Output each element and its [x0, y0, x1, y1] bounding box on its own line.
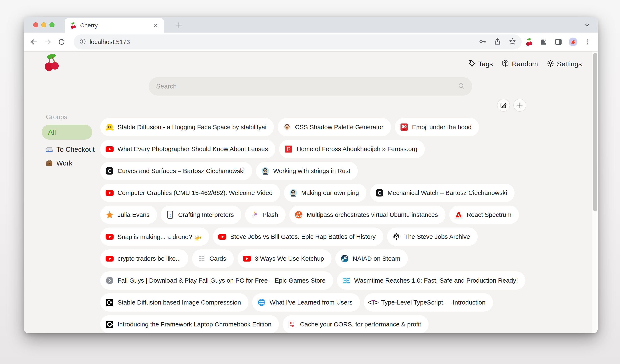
bookmark-pill[interactable]: Cards	[192, 249, 233, 268]
cherry-extension-icon[interactable]	[525, 37, 534, 46]
cherry-logo-icon	[42, 53, 61, 72]
httptoolkit-icon: HTTP	[288, 320, 296, 329]
header-nav: TagsRandomSettings	[468, 60, 582, 69]
bookmark-pill[interactable]: CMechanical Watch – Bartosz Ciechanowski	[370, 184, 514, 202]
youtube-icon	[218, 232, 227, 241]
side-panel-icon[interactable]	[554, 37, 563, 46]
back-button[interactable]	[30, 37, 39, 46]
group-item-to-checkout[interactable]: To Checkout	[42, 145, 100, 153]
bookmark-pill[interactable]: CCurves and Surfaces – Bartosz Ciechanow…	[100, 162, 252, 180]
bookmark-pill[interactable]: Computer Graphics (CMU 15-462/662): Welc…	[100, 184, 280, 202]
tag-icon	[468, 60, 476, 69]
bookmark-label: Introducing the Framework Laptop Chromeb…	[118, 321, 271, 328]
bookmark-label: crypto traders be like...	[118, 255, 181, 262]
bookmark-label: Cards	[209, 255, 226, 262]
bookmark-pill[interactable]: CSS Shadow Palette Generator	[278, 118, 391, 136]
new-tab-button[interactable]	[173, 20, 184, 30]
bookmark-row: Fall Guys | Download & Play Fall Guys on…	[100, 271, 538, 290]
bookmark-pill[interactable]: Emoji under the hood	[395, 118, 479, 136]
nav-item-random[interactable]: Random	[502, 60, 538, 69]
groups-label: Groups	[42, 113, 100, 121]
bookmark-row: Computer Graphics (CMU 15-462/662): Welc…	[100, 184, 538, 202]
bookmark-pill[interactable]: Making our own ping	[284, 184, 367, 202]
maximize-window-button[interactable]	[49, 22, 54, 27]
group-item-work[interactable]: Work	[42, 159, 100, 167]
svg-text:TP: TP	[290, 325, 294, 328]
bookmark-row: What Every Photographer Should Know Abou…	[100, 140, 538, 158]
bookmark-label: Fall Guys | Download & Play Fall Guys on…	[118, 277, 326, 284]
tab-title: Cherry	[80, 22, 153, 29]
bookmark-pill[interactable]: Stable Diffusion - a Hugging Face Space …	[100, 118, 274, 136]
extensions-puzzle-icon[interactable]	[539, 37, 548, 46]
bookmark-row: Stable Diffusion based Image Compresssio…	[100, 293, 538, 312]
bookmark-pill[interactable]: <T>Type-Level TypeScript — Introduction	[364, 293, 493, 312]
bookmark-pill[interactable]: What I've Learned from Users	[252, 293, 360, 312]
cherry-favicon-icon	[70, 22, 77, 29]
bookmark-pill[interactable]: Steve Jobs vs Bill Gates. Epic Rap Battl…	[213, 228, 383, 246]
bookmark-row: Stable Diffusion - a Hugging Face Space …	[100, 118, 538, 136]
bookmark-pill[interactable]: Plash	[245, 206, 286, 224]
scrollbar-thumb[interactable]	[593, 53, 597, 212]
forward-button[interactable]	[43, 37, 52, 46]
scrollbar-track[interactable]	[592, 52, 598, 333]
bookmark-label: Cache your CORS, for performance & profi…	[300, 321, 421, 328]
tabstrip-chevron-down-icon[interactable]	[584, 21, 591, 29]
address-bar[interactable]: localhost:5173	[74, 34, 522, 49]
bookmark-pill[interactable]: FHome of Feross Aboukhadijeh » Feross.or…	[279, 140, 425, 158]
group-item-all[interactable]: All	[42, 125, 92, 140]
browser-tab[interactable]: Cherry	[65, 18, 164, 32]
bookmark-label: Snap is making... a drone? 🚁	[118, 233, 202, 241]
bookmark-pill[interactable]: Fall Guys | Download & Play Fall Guys on…	[100, 271, 333, 290]
bookmark-label: Computer Graphics (CMU 15-462/662): Welc…	[118, 189, 273, 197]
bookmark-pill[interactable]: Snap is making... a drone? 🚁	[100, 228, 209, 246]
password-key-icon[interactable]	[479, 38, 486, 46]
red-face-badge-icon	[400, 123, 408, 132]
type-level-ts-icon: <T>	[369, 298, 378, 307]
bookmark-pill[interactable]: 3 Ways We Use Ketchup	[238, 249, 332, 268]
bookmark-row: Introducing the Framework Laptop Chromeb…	[100, 315, 538, 333]
bookmark-pill[interactable]: Julia Evans	[100, 206, 157, 224]
crescent-dot-badge-icon	[105, 298, 114, 307]
bookmark-pill[interactable]: The Steve Jobs Archive	[387, 228, 478, 246]
minimize-window-button[interactable]	[41, 22, 46, 27]
bookmarks-grid: Stable Diffusion - a Hugging Face Space …	[100, 118, 538, 333]
bookmark-pill[interactable]: Multipass orchestrates virtual Ubuntu in…	[289, 206, 446, 224]
edit-bookmarks-button[interactable]	[497, 99, 510, 112]
reload-button[interactable]	[57, 37, 66, 46]
bookmark-star-icon[interactable]	[509, 38, 516, 46]
site-info-icon[interactable]	[79, 38, 86, 46]
browser-menu-icon[interactable]	[583, 37, 592, 46]
bookmark-label: The Steve Jobs Archive	[404, 233, 470, 240]
bookmark-label: Stable Diffusion based Image Compresssio…	[118, 299, 241, 306]
hugging-face-icon	[105, 123, 114, 132]
share-icon[interactable]	[494, 38, 501, 46]
bookmark-label: What I've Learned from Users	[269, 299, 353, 306]
url-text: localhost:5173	[90, 38, 130, 46]
nav-item-settings[interactable]: Settings	[547, 60, 582, 69]
add-bookmark-button[interactable]	[513, 99, 526, 112]
profile-avatar[interactable]	[568, 37, 578, 46]
bookmark-label: React Spectrum	[466, 211, 512, 218]
search-input[interactable]	[156, 82, 458, 90]
briefcase-icon	[46, 159, 53, 167]
bookmark-pill[interactable]: Introducing the Framework Laptop Chromeb…	[100, 315, 279, 333]
close-window-button[interactable]	[33, 22, 38, 27]
bookmark-pill[interactable]: React Spectrum	[449, 206, 519, 224]
bookmark-pill[interactable]: ;Crafting Interpreters	[161, 206, 241, 224]
search-bar[interactable]	[149, 77, 472, 96]
bookmark-pill[interactable]: Stable Diffusion based Image Compresssio…	[100, 293, 248, 312]
bookmark-pill[interactable]: crypto traders be like...	[100, 249, 188, 268]
bookmark-pill[interactable]: Wasmtime Reaches 1.0: Fast, Safe and Pro…	[337, 271, 526, 290]
bookmark-pill[interactable]: HTTPCache your CORS, for performance & p…	[283, 315, 429, 333]
bookmark-pill[interactable]: Working with strings in Rust	[256, 162, 358, 180]
tab-close-icon[interactable]	[153, 22, 159, 29]
bookmark-label: Making our own ping	[301, 189, 359, 197]
bookmark-pill[interactable]: What Every Photographer Should Know Abou…	[100, 140, 275, 158]
bookmark-pill[interactable]: NAIAD on Steam	[335, 249, 408, 268]
nav-item-tags[interactable]: Tags	[468, 60, 493, 69]
dice-icon	[502, 60, 509, 69]
ubuntu-circle-icon	[294, 210, 303, 219]
bookmark-label: Type-Level TypeScript — Introduction	[381, 299, 486, 306]
unicorn-icon	[250, 210, 259, 219]
steam-icon	[340, 254, 349, 263]
